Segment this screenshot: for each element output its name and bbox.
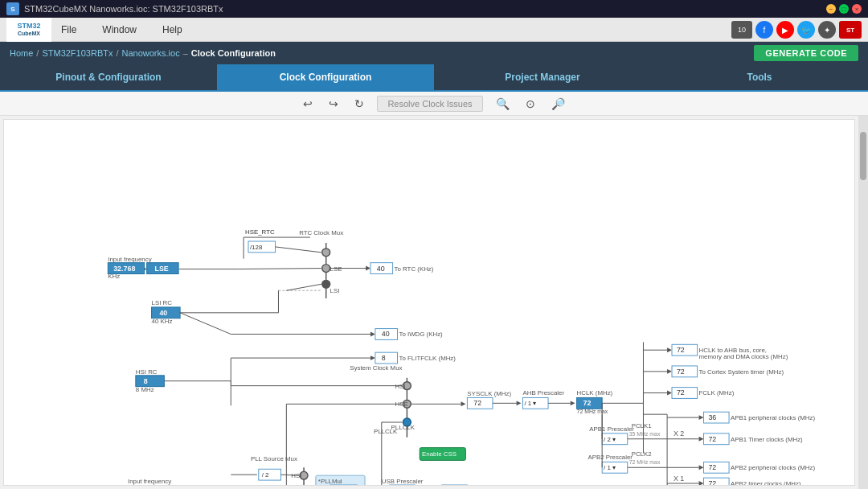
svg-text:72: 72 [677, 368, 685, 376]
svg-text:Input frequency: Input frequency [128, 478, 171, 485]
svg-text:PCLK2: PCLK2 [632, 450, 652, 458]
svg-text:72 MHz max: 72 MHz max [629, 459, 661, 465]
scrollbar[interactable] [858, 116, 868, 489]
maximize-button[interactable]: □ [839, 4, 849, 14]
svg-text:72 MHz max: 72 MHz max [577, 409, 608, 414]
svg-text:/ 1 ▾: / 1 ▾ [604, 464, 616, 471]
svg-text:Input frequency: Input frequency [108, 256, 151, 263]
svg-text:LSE: LSE [155, 265, 169, 273]
toolbar: ↩ ↪ ↻ Resolve Clock Issues 🔍 ⊙ 🔎 [0, 92, 868, 116]
svg-text:LSE: LSE [330, 265, 342, 273]
network-icon[interactable]: ✦ [818, 21, 836, 39]
bc-project[interactable]: Nanoworks.ioc [122, 48, 180, 58]
tab-clock[interactable]: Clock Configuration [217, 64, 434, 90]
zoom-out-button[interactable]: 🔎 [548, 96, 568, 112]
svg-text:72: 72 [677, 388, 685, 397]
facebook-icon[interactable]: f [755, 21, 773, 39]
svg-rect-43 [136, 376, 165, 387]
svg-text:To FLITFCLK (MHz): To FLITFCLK (MHz) [399, 355, 456, 362]
svg-text:LSI RC: LSI RC [152, 299, 173, 306]
svg-text:PCLK1: PCLK1 [632, 422, 652, 429]
window-controls: − □ × [826, 4, 862, 14]
svg-rect-39 [375, 352, 398, 364]
minimize-button[interactable]: − [826, 4, 836, 14]
svg-text:8 MHz: 8 MHz [136, 386, 154, 393]
menu-help[interactable]: Help [149, 21, 195, 39]
svg-text:8: 8 [382, 354, 386, 362]
svg-text:PLL Source Mux: PLL Source Mux [251, 455, 297, 462]
svg-text:40: 40 [382, 330, 390, 338]
svg-text:40: 40 [159, 309, 167, 317]
svg-text:SYSCLK (MHz): SYSCLK (MHz) [467, 390, 511, 397]
svg-text:36: 36 [708, 413, 716, 421]
svg-text:/ 2: / 2 [262, 471, 269, 479]
svg-point-11 [322, 249, 330, 257]
svg-text:72: 72 [583, 399, 591, 407]
svg-text:HCLK (MHz): HCLK (MHz) [577, 389, 613, 397]
bc-device[interactable]: STM32F103RBTx [42, 48, 113, 58]
svg-text:To RTC (KHz): To RTC (KHz) [395, 265, 434, 273]
svg-text:/ 2 ▾: / 2 ▾ [604, 436, 616, 443]
breadcrumb-bar: Home / STM32F103RBTx / Nanoworks.ioc – C… [0, 42, 868, 64]
svg-text:72: 72 [708, 463, 716, 471]
svg-text:memory and DMA clocks (MHz): memory and DMA clocks (MHz) [699, 353, 788, 360]
svg-text:/ 1 ▾: / 1 ▾ [524, 400, 536, 407]
svg-text:HSI: HSI [291, 472, 301, 479]
svg-text:72: 72 [708, 435, 716, 443]
menu-window[interactable]: Window [89, 21, 149, 39]
tab-tools[interactable]: Tools [651, 64, 868, 90]
counter-icon: 10 [731, 21, 752, 39]
svg-text:HSE_RTC: HSE_RTC [245, 228, 275, 236]
app-logo: STM32 CubeMX [6, 18, 51, 42]
svg-text:40 KHz: 40 KHz [152, 318, 173, 325]
svg-text:X 2: X 2 [674, 429, 684, 438]
clock-diagram: HSE_RTC /128 RTC Clock Mux [3, 119, 855, 486]
svg-text:To Cortex System timer (MHz): To Cortex System timer (MHz) [699, 368, 784, 376]
svg-text:8: 8 [144, 377, 148, 385]
menu-file[interactable]: File [48, 21, 89, 39]
tab-pinout[interactable]: Pinout & Configuration [0, 64, 217, 90]
svg-text:To IWDG (KHz): To IWDG (KHz) [399, 331, 443, 338]
svg-text:KHz: KHz [108, 273, 120, 280]
svg-point-12 [322, 265, 330, 273]
svg-text:PLLCLK: PLLCLK [374, 428, 398, 435]
svg-text:System Clock Mux: System Clock Mux [350, 364, 402, 372]
content-area: HSE_RTC /128 RTC Clock Mux [0, 116, 868, 489]
close-button[interactable]: × [852, 4, 862, 14]
menubar: File Window Help 10 f ▶ 🐦 ✦ ST [0, 18, 868, 42]
zoom-reset-button[interactable]: ⊙ [522, 96, 538, 112]
zoom-in-button[interactable]: 🔍 [493, 96, 513, 112]
st-logo-icon[interactable]: ST [839, 21, 862, 39]
resolve-clock-button[interactable]: Resolve Clock Issues [377, 96, 482, 112]
window-title: STM32CubeMX Nanoworks.ioc: STM32F103RBTx [24, 4, 826, 14]
scroll-thumb[interactable] [860, 132, 866, 180]
svg-text:32.768: 32.768 [113, 265, 135, 273]
svg-text:Enable CSS: Enable CSS [422, 450, 457, 458]
svg-text:/128: /128 [250, 244, 263, 251]
youtube-icon[interactable]: ▶ [776, 21, 794, 39]
svg-text:40: 40 [377, 265, 385, 273]
svg-text:RTC Clock Mux: RTC Clock Mux [299, 229, 343, 236]
svg-text:HSI RC: HSI RC [136, 368, 158, 376]
svg-text:APB2 peripheral clocks (MHz): APB2 peripheral clocks (MHz) [731, 464, 815, 471]
main-tabs: Pinout & Configuration Clock Configurati… [0, 64, 868, 92]
generate-code-button[interactable]: GENERATE CODE [754, 45, 858, 61]
svg-text:APB2 timer clocks (MHz): APB2 timer clocks (MHz) [731, 480, 801, 485]
refresh-button[interactable]: ↻ [351, 96, 367, 112]
svg-text:35 MHz max: 35 MHz max [629, 431, 661, 437]
svg-text:APB1 peripheral clocks (MHz): APB1 peripheral clocks (MHz) [731, 414, 815, 421]
svg-text:APB2 Prescaler: APB2 Prescaler [588, 454, 633, 461]
bc-home[interactable]: Home [10, 48, 33, 58]
redo-button[interactable]: ↪ [326, 96, 342, 112]
svg-text:72: 72 [708, 479, 716, 485]
svg-text:X 1: X 1 [674, 475, 684, 483]
svg-text:APB1 Timer clocks (MHz): APB1 Timer clocks (MHz) [731, 436, 803, 443]
svg-text:*PLLMul: *PLLMul [318, 478, 342, 485]
undo-button[interactable]: ↩ [300, 96, 316, 112]
svg-text:AHB Prescaler: AHB Prescaler [522, 389, 564, 397]
titlebar: S STM32CubeMX Nanoworks.ioc: STM32F103RB… [0, 0, 868, 18]
tab-project[interactable]: Project Manager [434, 64, 651, 90]
bc-page: Clock Configuration [191, 48, 276, 58]
svg-text:APB1 Prescaler: APB1 Prescaler [589, 425, 634, 433]
twitter-icon[interactable]: 🐦 [797, 21, 815, 39]
